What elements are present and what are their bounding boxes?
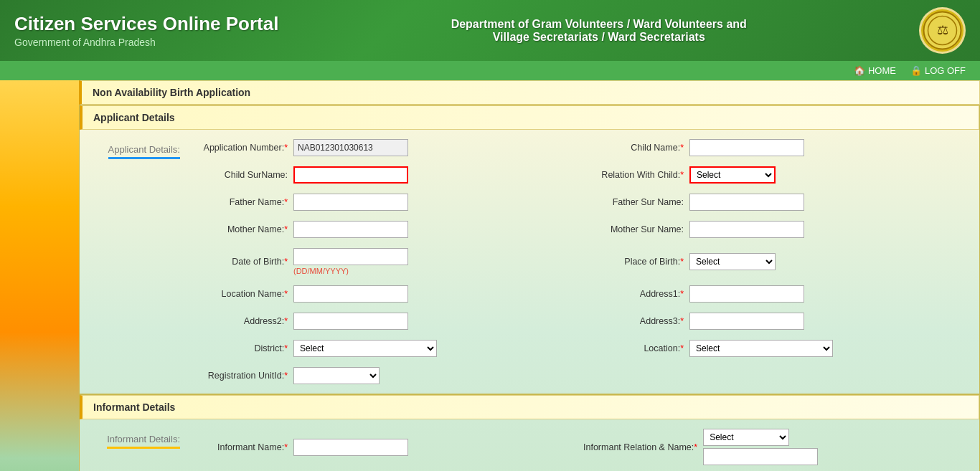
address1-row: Address1:* <box>583 283 965 305</box>
address2-label: Address2:* <box>187 316 288 326</box>
informant-name-label: Informant Name:* <box>187 442 288 452</box>
father-name-label: Father Name:* <box>187 197 288 207</box>
application-number-input[interactable] <box>293 139 408 156</box>
dob-label: Date of Birth:* <box>187 257 288 267</box>
informant-name-input[interactable] <box>293 439 408 456</box>
mother-name-row: Mother Name:* <box>187 219 569 240</box>
application-number-label: Application Number:* <box>187 143 288 153</box>
address2-row: Address2:* <box>187 310 569 332</box>
address3-row: Address3:* <box>583 310 965 332</box>
informant-form-grid: Informant Name:* Informant Relation & Na… <box>187 427 965 471</box>
location-row: Location:* Select <box>583 338 965 359</box>
informant-sidebar: Informant Details: <box>80 427 187 471</box>
header-logo-area: ⚖ <box>919 7 966 54</box>
applicant-sidebar: Applicant Details: <box>80 137 187 386</box>
informant-label-box: Informant Details: <box>100 430 187 448</box>
father-surname-row: Father Sur Name: <box>583 191 965 213</box>
relation-with-child-select[interactable]: Select Father Mother Guardian <box>689 166 776 184</box>
location-select[interactable]: Select <box>689 340 833 357</box>
applicant-details-inner: Applicant Details: Application Number:* <box>80 130 979 394</box>
portal-subtitle: Government of Andhra Pradesh <box>14 37 278 48</box>
place-of-birth-row: Place of Birth:* Select Hospital Home Ot… <box>583 246 965 277</box>
page-header: Citizen Services Online Portal Governmen… <box>0 0 980 61</box>
informant-section-title: Informant Details <box>93 401 175 413</box>
relation-with-child-label: Relation With Child:* <box>583 170 684 180</box>
informant-details-inner: Informant Details: Informant Name:* <box>80 419 979 471</box>
father-surname-label: Father Sur Name: <box>583 197 684 207</box>
applicant-form-grid: Application Number:* Child Name:* <box>187 137 965 386</box>
district-select[interactable]: Select <box>293 340 437 357</box>
portal-title: Citizen Services Online Portal <box>14 13 278 35</box>
place-of-birth-label: Place of Birth:* <box>583 257 684 267</box>
informant-sidebar-label: Informant Details: <box>107 434 180 449</box>
dob-hint: (DD/MM/YYYY) <box>293 267 408 275</box>
informant-section-header: Informant Details <box>80 395 979 419</box>
page-title: Non Availability Birth Application <box>93 87 250 98</box>
father-surname-input[interactable] <box>689 194 804 211</box>
informant-relation-row: Informant Relation & Name:* Select <box>583 427 965 467</box>
father-name-row: Father Name:* <box>187 191 569 213</box>
applicant-section: Applicant Details Applicant Details: App… <box>79 105 980 394</box>
svg-text:⚖: ⚖ <box>937 23 948 37</box>
dob-field-group: (DD/MM/YYYY) <box>293 248 408 275</box>
mother-surname-label: Mother Sur Name: <box>583 224 684 234</box>
child-surname-row: Child SurName: <box>187 164 569 186</box>
logo-emblem: ⚖ <box>919 7 966 54</box>
informant-relation-name-input[interactable] <box>703 448 818 465</box>
mother-name-input[interactable] <box>293 221 408 238</box>
navigation-bar: 🏠 HOME 🔒 LOG OFF <box>0 61 980 80</box>
address1-input[interactable] <box>689 285 804 303</box>
applicant-form: Application Number:* Child Name:* <box>187 137 979 386</box>
location-name-label: Location Name:* <box>187 289 288 299</box>
application-number-row: Application Number:* <box>187 137 569 158</box>
page-title-bar: Non Availability Birth Application <box>79 80 980 105</box>
dob-row: Date of Birth:* (DD/MM/YYYY) <box>187 246 569 277</box>
informant-section: Informant Details Informant Details: Inf… <box>79 394 980 471</box>
applicant-sidebar-label: Applicant Details: <box>108 144 180 159</box>
home-icon: 🏠 <box>854 65 865 76</box>
child-surname-label: Child SurName: <box>187 170 288 180</box>
child-name-label: Child Name:* <box>583 143 684 153</box>
reg-unit-row: Registration UnitId:* <box>187 365 569 386</box>
district-label: District:* <box>187 343 288 353</box>
department-info: Department of Gram Volunteers / Ward Vol… <box>293 18 905 44</box>
left-color-bar <box>0 80 79 471</box>
logoff-nav-item[interactable]: 🔒 LOG OFF <box>910 65 966 76</box>
relation-with-child-row: Relation With Child:* Select Father Moth… <box>583 164 965 186</box>
dept-line1: Department of Gram Volunteers / Ward Vol… <box>293 18 905 31</box>
address3-label: Address3:* <box>583 316 684 326</box>
applicant-label-box: Applicant Details: <box>101 141 187 158</box>
informant-relation-select[interactable]: Select <box>703 429 789 446</box>
home-label: HOME <box>868 65 896 76</box>
reg-unit-label: Registration UnitId:* <box>187 371 288 381</box>
place-of-birth-select[interactable]: Select Hospital Home Other <box>689 253 776 270</box>
applicant-section-header: Applicant Details <box>80 105 979 130</box>
dept-line2: Village Secretariats / Ward Secretariats <box>293 31 905 44</box>
address3-input[interactable] <box>689 313 804 330</box>
home-nav-item[interactable]: 🏠 HOME <box>854 65 896 76</box>
dob-input[interactable] <box>293 248 408 265</box>
father-name-input[interactable] <box>293 194 408 211</box>
reg-unit-select[interactable] <box>293 367 380 384</box>
page-body: Non Availability Birth Application Appli… <box>0 80 980 471</box>
child-name-row: Child Name:* <box>583 137 965 158</box>
informant-form: Informant Name:* Informant Relation & Na… <box>187 427 979 471</box>
mother-surname-row: Mother Sur Name: <box>583 219 965 240</box>
child-surname-input[interactable] <box>293 166 408 184</box>
logoff-icon: 🔒 <box>910 65 922 76</box>
logoff-label: LOG OFF <box>925 65 966 76</box>
location-name-input[interactable] <box>293 285 408 303</box>
informant-relation-label: Informant Relation & Name:* <box>583 442 697 452</box>
mother-name-label: Mother Name:* <box>187 224 288 234</box>
district-row: District:* Select <box>187 338 569 359</box>
address2-input[interactable] <box>293 313 408 330</box>
mother-surname-input[interactable] <box>689 221 804 238</box>
main-content: Non Availability Birth Application Appli… <box>79 80 980 471</box>
header-left: Citizen Services Online Portal Governmen… <box>14 13 278 48</box>
address1-label: Address1:* <box>583 289 684 299</box>
applicant-section-title: Applicant Details <box>93 112 175 123</box>
location-name-row: Location Name:* <box>187 283 569 305</box>
location-label: Location:* <box>583 343 684 353</box>
informant-name-row: Informant Name:* <box>187 427 569 467</box>
child-name-input[interactable] <box>689 139 804 156</box>
